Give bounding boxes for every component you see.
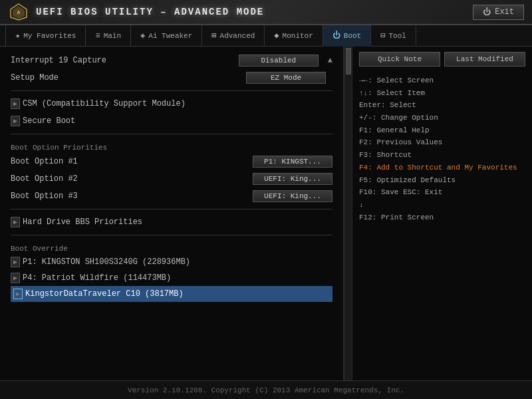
scroll-thumb[interactable] — [346, 48, 351, 74]
boot-option2-row: Boot Option #2 UEFI: King... — [11, 170, 332, 188]
main-content: Interrupt 19 Capture Disabled ▲ Setup Mo… — [0, 47, 532, 380]
help-line-8: F5: Optimized Defaults — [359, 174, 525, 187]
exit-button[interactable]: ⏻ Exit — [473, 5, 524, 20]
menu-icon: ≡ — [95, 31, 100, 41]
svg-text:A: A — [17, 9, 21, 15]
boot-option2-btn[interactable]: UEFI: King... — [253, 173, 332, 185]
header: A UEFI BIOS UTILITY – ADVANCED MODE ⏻ Ex… — [0, 0, 532, 25]
header-left: A UEFI BIOS UTILITY – ADVANCED MODE — [8, 3, 264, 21]
csm-row[interactable]: ▶ CSM (Compatibility Support Module) — [11, 95, 332, 112]
boot-option3-btn[interactable]: UEFI: King... — [253, 190, 332, 202]
monitor-icon: ◆ — [274, 31, 279, 41]
boot-override-header: Boot Override — [11, 239, 332, 254]
divider4 — [11, 235, 332, 235]
gear-icon: ◈ — [140, 31, 145, 41]
scrollbar[interactable] — [344, 47, 352, 380]
help-line-3: +/-: Change Option — [359, 112, 525, 124]
footer: Version 2.10.1208. Copyright (C) 2013 Am… — [0, 380, 532, 399]
interrupt19-row: Interrupt 19 Capture Disabled ▲ — [11, 52, 332, 69]
help-line-11: F12: Print Screen — [359, 211, 525, 224]
tab-monitor[interactable]: ◆ Monitor — [265, 25, 323, 47]
setup-mode-row: Setup Mode EZ Mode — [11, 69, 332, 86]
boot-override-item-2[interactable]: ▶ KingstorDataTraveler C10 (3817MB) — [11, 286, 332, 302]
interrupt19-value: Disabled — [239, 55, 325, 66]
left-with-scroll: Interrupt 19 Capture Disabled ▲ Setup Mo… — [0, 47, 352, 380]
help-line-10: ↓ — [359, 199, 525, 211]
info-icon-interrupt19: ▲ — [328, 56, 332, 65]
help-line-6: F3: Shortcut — [359, 149, 525, 162]
exit-icon: ⏻ — [483, 7, 491, 17]
grid-icon: ⊞ — [211, 31, 216, 41]
quick-note-button[interactable]: Quick Note — [359, 52, 440, 66]
boot-priorities-header: Boot Option Priorities — [11, 138, 332, 153]
help-line-5: F2: Previous Values — [359, 136, 525, 149]
csm-label: CSM (Compatibility Support Module) — [23, 99, 186, 108]
quick-note-row: Quick Note Last Modified — [359, 52, 525, 66]
boot-override-label-0: P1: KINGSTON SH100S3240G (228936MB) — [23, 257, 190, 267]
star-icon: ★ — [15, 31, 20, 41]
boot-override-label-1: P4: Patriot Wildfire (114473MB) — [23, 273, 171, 283]
tab-advanced[interactable]: ⊞ Advanced — [202, 25, 265, 47]
hard-drive-arrow: ▶ — [11, 217, 20, 227]
setup-mode-value: EZ Mode — [246, 72, 332, 84]
help-line-4: F1: General Help — [359, 124, 525, 137]
csm-arrow: ▶ — [11, 98, 20, 109]
divider3 — [11, 209, 332, 209]
tab-ai-tweaker[interactable]: ◈ Ai Tweaker — [131, 25, 202, 47]
hard-drive-row[interactable]: ▶ Hard Drive BBS Priorities — [11, 213, 332, 231]
setup-mode-label: Setup Mode — [11, 73, 246, 82]
boot-option1-btn[interactable]: P1: KINGST... — [253, 156, 332, 168]
boot-option1-row: Boot Option #1 P1: KINGST... — [11, 153, 332, 170]
setup-mode-btn[interactable]: EZ Mode — [246, 72, 326, 84]
secure-boot-row[interactable]: ▶ Secure Boot — [11, 112, 332, 130]
secure-boot-arrow: ▶ — [11, 116, 20, 126]
interrupt19-btn[interactable]: Disabled — [239, 55, 319, 66]
hard-drive-label: Hard Drive BBS Priorities — [23, 217, 142, 227]
right-panel: Quick Note Last Modified →←: Select Scre… — [352, 47, 532, 380]
tab-tool[interactable]: ⊟ Tool — [371, 25, 416, 47]
secure-boot-label: Secure Boot — [23, 116, 75, 126]
tab-favorites[interactable]: ★ My Favorites — [5, 25, 86, 47]
boot-option1-label: Boot Option #1 — [11, 157, 253, 166]
tab-boot[interactable]: ⏻ Boot — [323, 25, 371, 47]
boot-override-label-2: KingstorDataTraveler C10 (3817MB) — [25, 289, 184, 299]
power-icon: ⏻ — [332, 31, 340, 41]
nav-tabs: ★ My Favorites ≡ Main ◈ Ai Tweaker ⊞ Adv… — [0, 25, 532, 47]
boot-option2-label: Boot Option #2 — [11, 174, 253, 184]
boot-override-item-0[interactable]: ▶ P1: KINGSTON SH100S3240G (228936MB) — [11, 254, 332, 270]
boot-override-arrow-2: ▶ — [13, 289, 23, 299]
help-line-2: Enter: Select — [359, 99, 525, 112]
interrupt19-label: Interrupt 19 Capture — [11, 56, 239, 65]
tool-icon: ⊟ — [380, 31, 385, 41]
help-line-0: →←: Select Screen — [359, 74, 525, 87]
boot-override-arrow-0: ▶ — [11, 257, 20, 267]
help-text: →←: Select Screen ↑↓: Select Item Enter:… — [359, 74, 525, 223]
boot-override-arrow-1: ▶ — [11, 273, 20, 283]
help-line-7: F4: Add to Shortcut and My Favorites — [359, 162, 525, 174]
asus-logo: A — [8, 3, 29, 21]
boot-option3-row: Boot Option #3 UEFI: King... — [11, 188, 332, 205]
boot-option3-label: Boot Option #3 — [11, 192, 253, 201]
footer-text: Version 2.10.1208. Copyright (C) 2013 Am… — [128, 386, 404, 394]
tab-main[interactable]: ≡ Main — [86, 25, 131, 47]
boot-override-item-1[interactable]: ▶ P4: Patriot Wildfire (114473MB) — [11, 270, 332, 286]
left-panel: Interrupt 19 Capture Disabled ▲ Setup Mo… — [0, 47, 344, 380]
header-title: UEFI BIOS UTILITY – ADVANCED MODE — [36, 7, 264, 17]
last-modified-button[interactable]: Last Modified — [444, 52, 525, 66]
help-line-1: ↑↓: Select Item — [359, 87, 525, 100]
divider1 — [11, 90, 332, 91]
help-line-9: F10: Save ESC: Exit — [359, 186, 525, 199]
divider2 — [11, 134, 332, 134]
